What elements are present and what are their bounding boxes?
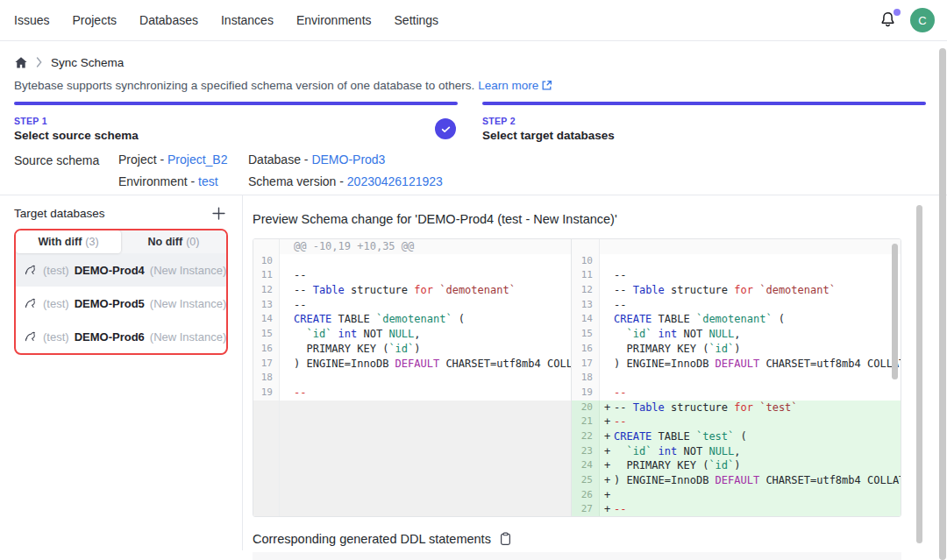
step-2-title: Select target databases (482, 129, 615, 142)
diff-row: 12-- Table structure for `demotenant` (253, 283, 571, 298)
step-2-label: STEP 2 (482, 116, 615, 126)
learn-more-link[interactable]: Learn more (478, 79, 552, 92)
schema-diff-viewer: @@ -10,19 +10,35 @@ 1011--12-- Table str… (253, 238, 901, 517)
diff-row: 14CREATE TABLE `demotenant` ( (253, 312, 571, 327)
intro-description: Bytebase supports synchronizing a specif… (14, 79, 474, 92)
field-database-label: Database - (248, 152, 311, 167)
breadcrumb: Sync Schema (14, 53, 933, 71)
nav-item-projects[interactable]: Projects (72, 13, 117, 27)
db-instance-suffix: (New Instance) (150, 330, 226, 344)
nav-item-issues[interactable]: Issues (14, 13, 49, 27)
tab-no-diff[interactable]: No diff (0) (121, 230, 226, 253)
diff-row: 15 `id` int NOT NULL, (253, 327, 571, 342)
diff-scrollbar[interactable] (892, 244, 898, 379)
preview-pane-scrollbar[interactable] (916, 205, 922, 543)
step-1-complete-check-icon (435, 118, 456, 139)
diff-left-pane: @@ -10,19 +10,35 @@ 1011--12-- Table str… (253, 239, 572, 516)
mysql-dolphin-icon (25, 264, 38, 277)
diff-row-added: 23+ `id` int NOT NULL, (572, 444, 901, 459)
environment-link[interactable]: test (198, 174, 218, 188)
nav-item-instances[interactable]: Instances (221, 13, 274, 27)
field-schema-version-label: Schema version - (248, 174, 347, 188)
nav-item-settings[interactable]: Settings (395, 13, 439, 27)
preview-pane: Preview Schema change for 'DEMO-Prod4 (t… (243, 195, 947, 550)
db-instance-suffix: (New Instance) (150, 297, 226, 310)
tab-no-diff-count: (0) (186, 236, 199, 248)
step-1: STEP 1 Select source schema (14, 102, 458, 142)
field-database: Database - DEMO-Prod3 (248, 152, 443, 167)
source-schema-summary: Source schema Project - Project_B2 Datab… (14, 152, 933, 188)
target-databases-highlight-box: With diff (3) No diff (0) (test) DEMO-Pr… (14, 229, 228, 355)
db-name: DEMO-Prod6 (75, 330, 145, 344)
schema-version-link[interactable]: 20230426121923 (347, 174, 443, 188)
diff-row: 16 PRIMARY KEY (`id`) (253, 342, 571, 357)
diff-right-header (572, 239, 901, 254)
ddl-code-block-top (253, 552, 901, 560)
diff-row: 12-- Table structure for `demotenant` (572, 283, 901, 298)
project-link[interactable]: Project_B2 (167, 152, 227, 167)
diff-row: 17) ENGINE=InnoDB DEFAULT CHARSET=utf8mb… (253, 357, 571, 372)
diff-row: 13-- (572, 298, 901, 313)
tab-no-diff-label: No diff (148, 236, 183, 248)
database-link[interactable]: DEMO-Prod3 (311, 152, 385, 167)
avatar[interactable]: C (910, 8, 935, 32)
learn-more-label: Learn more (478, 79, 538, 92)
database-item-demo-prod5[interactable]: (test) DEMO-Prod5 (New Instance) (16, 287, 226, 320)
diff-row: 11-- (572, 268, 901, 283)
tab-with-diff[interactable]: With diff (3) (16, 230, 121, 253)
field-environment: Environment - test (118, 174, 248, 188)
step-2: STEP 2 Select target databases (482, 102, 926, 142)
diff-filter-tabs: With diff (3) No diff (0) (16, 230, 226, 253)
external-link-icon (541, 80, 552, 91)
page-title: Sync Schema (51, 56, 124, 69)
diff-left-rows: 1011--12-- Table structure for `demotena… (253, 254, 571, 401)
add-database-button[interactable] (209, 203, 228, 223)
diff-row: 19-- (253, 386, 571, 401)
target-databases-title: Target databases (14, 207, 105, 220)
nav-item-environments[interactable]: Environments (296, 13, 372, 27)
diff-row: 16 PRIMARY KEY (`id`) (572, 342, 901, 357)
step-1-title: Select source schema (14, 129, 139, 142)
diff-row: 15 `id` int NOT NULL, (572, 327, 901, 342)
db-name: DEMO-Prod5 (75, 297, 145, 310)
db-environment: (test) (43, 330, 69, 344)
diff-hunk-header: @@ -10,19 +10,35 @@ (253, 239, 571, 254)
diff-row: 10 (253, 254, 571, 269)
db-instance-suffix: (New Instance) (150, 264, 226, 277)
database-item-demo-prod4[interactable]: (test) DEMO-Prod4 (New Instance) (16, 253, 226, 287)
tab-with-diff-count: (3) (85, 236, 98, 248)
diff-left-filler (253, 401, 571, 516)
db-name: DEMO-Prod4 (75, 264, 145, 277)
intro-text: Bytebase supports synchronizing a specif… (14, 78, 933, 93)
tab-with-diff-label: With diff (38, 236, 82, 248)
ddl-title: Corresponding generated DDL statements (253, 532, 491, 546)
diff-row: 18 (253, 371, 571, 386)
notification-bell-icon[interactable] (879, 11, 898, 30)
db-environment: (test) (43, 297, 69, 310)
diff-row: 17) ENGINE=InnoDB DEFAULT CHARSET=utf8mb… (572, 357, 901, 372)
copy-icon[interactable] (499, 532, 512, 546)
diff-row-added: 25+) ENGINE=InnoDB DEFAULT CHARSET=utf8m… (572, 473, 901, 488)
field-project-label: Project - (118, 152, 167, 167)
database-item-demo-prod6[interactable]: (test) DEMO-Prod6 (New Instance) (16, 320, 226, 353)
diff-row-added: 20+-- Table structure for `test` (572, 401, 901, 415)
diff-row-added: 26+ (572, 488, 901, 503)
bottom-section: Target databases With diff (3) No diff (… (0, 195, 947, 550)
diff-row: 19-- (572, 386, 901, 401)
step-1-progress-bar (14, 102, 458, 105)
target-databases-panel: Target databases With diff (3) No diff (… (0, 195, 243, 550)
diff-row: 18 (572, 371, 901, 386)
diff-row: 14CREATE TABLE `demotenant` ( (572, 312, 901, 327)
preview-title: Preview Schema change for 'DEMO-Prod4 (t… (253, 212, 947, 226)
top-navigation: Issues Projects Databases Instances Envi… (0, 0, 947, 41)
diff-row: 13-- (253, 298, 571, 313)
diff-row-added: 21+-- (572, 415, 901, 429)
nav-item-databases[interactable]: Databases (139, 13, 198, 27)
step-2-progress-bar (482, 102, 926, 105)
step-indicator: STEP 1 Select source schema STEP 2 Selec… (14, 102, 926, 142)
source-schema-label: Source schema (14, 152, 118, 188)
step-1-label: STEP 1 (14, 116, 139, 126)
page-scrollbar[interactable] (939, 48, 946, 560)
hunk-range: @@ -10,19 +10,35 @@ (294, 239, 571, 254)
home-icon[interactable] (14, 56, 28, 69)
